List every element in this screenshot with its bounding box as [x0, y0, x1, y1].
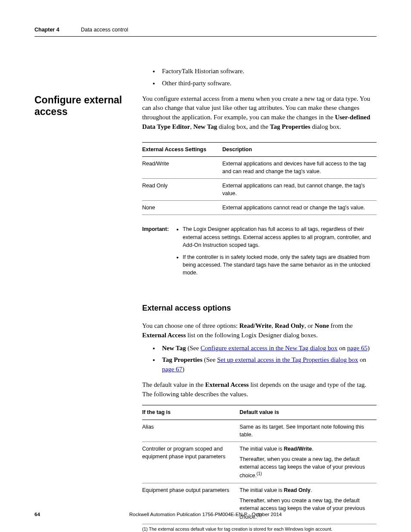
table-row: Controller or program scoped and equipme… [142, 442, 377, 483]
page-number: 64 [34, 511, 40, 518]
table-header: Default value is [240, 405, 377, 420]
link-page-67[interactable]: page 67 [162, 366, 182, 373]
option-bullet-tag-properties: Tag Properties (See Set up external acce… [159, 355, 377, 374]
publication-line: Rockwell Automation Publication 1756-PM0… [34, 511, 377, 518]
section-heading: Configure external access [34, 94, 142, 118]
table-row: None External applications cannot read o… [142, 201, 377, 215]
page-footer: 64 Rockwell Automation Publication 1756-… [34, 511, 377, 518]
table-footnote: (1) The external access default value fo… [142, 526, 377, 532]
chapter-number: Chapter 4 [34, 26, 59, 34]
default-value-paragraph: The default value in the External Access… [142, 380, 377, 399]
table-row: Read/Write External applications and dev… [142, 156, 377, 178]
page-header: Chapter 4 Data access control [34, 26, 377, 37]
important-note: Important: The Logix Designer applicatio… [142, 225, 377, 281]
bullet-item: Other third-party software. [159, 79, 377, 88]
link-new-tag-dialog[interactable]: Configure external access in the New Tag… [201, 345, 338, 352]
table-row: Read Only External applications can read… [142, 179, 377, 201]
bullet-item: FactoryTalk Historian software. [159, 67, 377, 76]
table-header: If the tag is [142, 405, 240, 420]
link-tag-properties-dialog[interactable]: Set up external access in the Tag Proper… [217, 356, 358, 363]
chapter-title: Data access control [81, 26, 128, 34]
important-item: The Logix Designer application has full … [183, 225, 377, 249]
link-page-65[interactable]: page 65 [347, 345, 367, 352]
section-configure-external-access: Configure external access You configure … [34, 94, 377, 135]
table-row: Alias Same as its target. See Important … [142, 420, 377, 442]
intro-paragraph: You configure external access from a men… [142, 94, 377, 132]
options-paragraph: You can choose one of three options: Rea… [142, 321, 377, 340]
continuation-bullets: FactoryTalk Historian software. Other th… [142, 67, 377, 88]
table-header: Description [222, 142, 377, 156]
important-label: Important: [142, 225, 175, 281]
default-value-table: If the tag is Default value is Alias Sam… [142, 405, 377, 524]
external-access-settings-table: External Access Settings Description Rea… [142, 142, 377, 215]
important-item: If the controller is in safety locked mo… [183, 253, 377, 277]
option-bullet-new-tag: New Tag (See Configure external access i… [159, 344, 377, 353]
table-header: External Access Settings [142, 142, 222, 156]
subheading-external-access-options: External access options [142, 302, 377, 314]
